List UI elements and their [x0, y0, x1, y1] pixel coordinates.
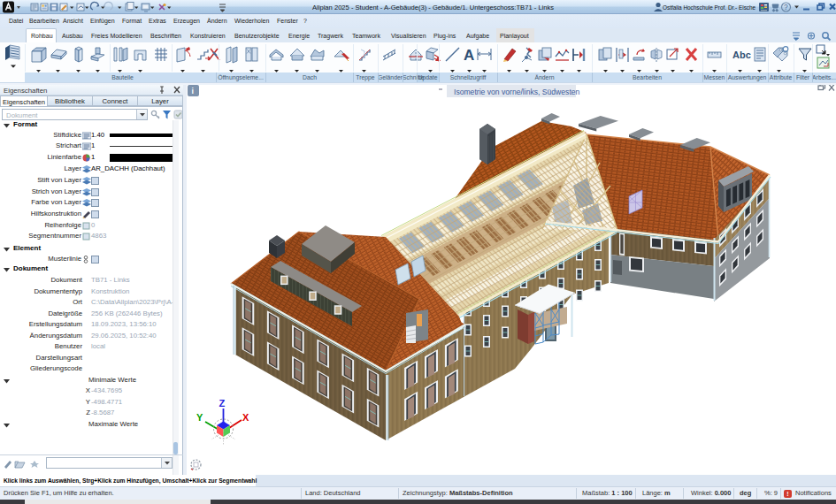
- svg-text:?: ?: [784, 3, 788, 11]
- svg-text:Isometrie von vorne/links, Süd: Isometrie von vorne/links, Südwesten: [454, 88, 580, 96]
- svg-text:i: i: [192, 87, 195, 95]
- svg-text:Z: Z: [219, 398, 226, 409]
- svg-text:Y: Y: [196, 412, 203, 423]
- svg-text:Abc: Abc: [732, 50, 751, 60]
- svg-text:A: A: [464, 47, 474, 64]
- svg-text:X: X: [242, 412, 249, 423]
